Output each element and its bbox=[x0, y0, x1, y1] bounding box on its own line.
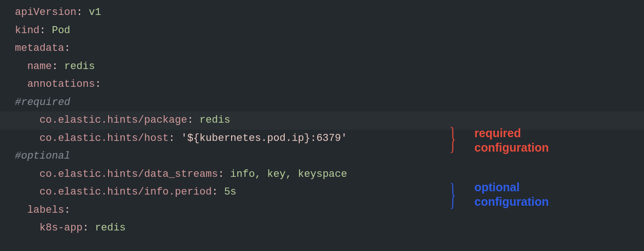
annotation-text: configuration bbox=[474, 140, 549, 155]
yaml-key: kind bbox=[15, 25, 40, 36]
yaml-value: v1 bbox=[89, 7, 101, 18]
yaml-value: info, key, keyspace bbox=[230, 168, 347, 180]
brace-icon: } bbox=[450, 186, 456, 203]
yaml-key: co.elastic.hints/data_streams bbox=[40, 168, 218, 180]
code-line: k8s-app: redis bbox=[0, 219, 644, 237]
annotation-text: configuration bbox=[474, 195, 549, 209]
yaml-value: redis bbox=[95, 222, 126, 234]
brace-icon: } bbox=[450, 130, 456, 147]
yaml-comment: #required bbox=[15, 97, 70, 108]
yaml-key: apiVersion bbox=[15, 7, 76, 18]
code-line: apiVersion: v1 bbox=[0, 4, 644, 22]
yaml-key: co.elastic.hints/package bbox=[40, 114, 187, 126]
annotation-text: required bbox=[474, 126, 549, 140]
yaml-key: annotations bbox=[27, 78, 95, 90]
annotation-optional: optional configuration bbox=[474, 180, 549, 209]
yaml-key: metadata bbox=[15, 42, 64, 54]
code-line: name: redis bbox=[0, 58, 644, 76]
yaml-value: '${kubernetes.pod.ip}:6379' bbox=[181, 132, 347, 144]
annotation-required: required configuration bbox=[474, 126, 549, 155]
yaml-value: 5s bbox=[224, 186, 236, 198]
yaml-key: labels bbox=[27, 204, 64, 216]
code-line: #required bbox=[0, 94, 644, 112]
yaml-key: co.elastic.hints/host bbox=[40, 132, 169, 144]
code-line: annotations: bbox=[0, 76, 644, 94]
yaml-key: co.elastic.hints/info.period bbox=[40, 186, 212, 198]
yaml-value: redis bbox=[64, 61, 95, 72]
yaml-value: redis bbox=[199, 114, 230, 126]
yaml-key: name bbox=[27, 61, 52, 72]
yaml-value: Pod bbox=[52, 25, 70, 36]
code-line: metadata: bbox=[0, 40, 644, 58]
code-line: kind: Pod bbox=[0, 22, 644, 40]
yaml-key: k8s-app bbox=[40, 222, 82, 234]
code-block: apiVersion: v1 kind: Pod metadata: name:… bbox=[0, 4, 644, 237]
yaml-comment: #optional bbox=[15, 150, 70, 162]
annotation-text: optional bbox=[474, 180, 549, 195]
